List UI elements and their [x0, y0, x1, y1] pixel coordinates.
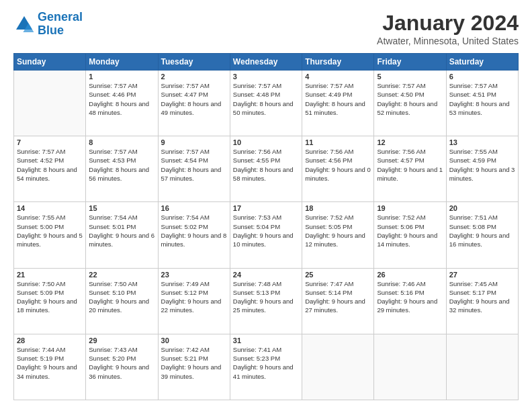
day-info: Sunrise: 7:53 AM Sunset: 5:04 PM Dayligh…	[233, 213, 299, 248]
calendar: Sunday Monday Tuesday Wednesday Thursday…	[13, 53, 519, 400]
day-info: Sunrise: 7:44 AM Sunset: 5:19 PM Dayligh…	[17, 345, 83, 381]
day-info: Sunrise: 7:57 AM Sunset: 4:51 PM Dayligh…	[449, 81, 515, 117]
day-info: Sunrise: 7:47 AM Sunset: 5:14 PM Dayligh…	[305, 279, 371, 315]
col-friday: Friday	[374, 54, 446, 71]
day-info: Sunrise: 7:57 AM Sunset: 4:52 PM Dayligh…	[17, 147, 83, 183]
day-cell	[14, 71, 86, 136]
day-number: 29	[89, 336, 154, 345]
logo-line2: Blue	[38, 24, 64, 37]
day-cell: 15Sunrise: 7:54 AM Sunset: 5:01 PM Dayli…	[86, 202, 158, 268]
day-cell: 12Sunrise: 7:56 AM Sunset: 4:57 PM Dayli…	[374, 136, 446, 202]
day-info: Sunrise: 7:56 AM Sunset: 4:56 PM Dayligh…	[305, 147, 371, 183]
day-number: 18	[305, 204, 371, 212]
day-cell: 3Sunrise: 7:57 AM Sunset: 4:48 PM Daylig…	[230, 71, 302, 136]
day-number: 20	[449, 204, 515, 212]
day-cell: 7Sunrise: 7:57 AM Sunset: 4:52 PM Daylig…	[14, 136, 86, 202]
col-thursday: Thursday	[302, 54, 374, 71]
day-info: Sunrise: 7:57 AM Sunset: 4:49 PM Dayligh…	[305, 81, 371, 117]
day-info: Sunrise: 7:57 AM Sunset: 4:46 PM Dayligh…	[89, 81, 154, 117]
day-cell: 20Sunrise: 7:51 AM Sunset: 5:08 PM Dayli…	[446, 202, 518, 268]
day-cell: 23Sunrise: 7:49 AM Sunset: 5:12 PM Dayli…	[158, 268, 230, 334]
logo: General Blue	[13, 11, 83, 38]
day-cell: 27Sunrise: 7:45 AM Sunset: 5:17 PM Dayli…	[446, 268, 518, 334]
day-info: Sunrise: 7:52 AM Sunset: 5:05 PM Dayligh…	[305, 213, 371, 248]
main-title: January 2024	[377, 11, 519, 36]
day-info: Sunrise: 7:57 AM Sunset: 4:54 PM Dayligh…	[161, 147, 227, 183]
logo-text: General Blue	[38, 11, 83, 38]
day-number: 1	[89, 73, 154, 81]
week-row-3: 21Sunrise: 7:50 AM Sunset: 5:09 PM Dayli…	[14, 268, 519, 334]
day-cell: 19Sunrise: 7:52 AM Sunset: 5:06 PM Dayli…	[374, 202, 446, 268]
day-cell: 13Sunrise: 7:55 AM Sunset: 4:59 PM Dayli…	[446, 136, 518, 202]
day-number: 8	[89, 138, 154, 146]
calendar-body: 1Sunrise: 7:57 AM Sunset: 4:46 PM Daylig…	[14, 71, 519, 400]
day-number: 21	[17, 271, 83, 279]
day-info: Sunrise: 7:57 AM Sunset: 4:48 PM Dayligh…	[233, 81, 299, 117]
day-number: 5	[377, 73, 443, 81]
day-cell: 1Sunrise: 7:57 AM Sunset: 4:46 PM Daylig…	[86, 71, 158, 136]
day-cell	[374, 334, 446, 400]
logo-icon	[13, 13, 35, 35]
day-info: Sunrise: 7:50 AM Sunset: 5:09 PM Dayligh…	[17, 279, 83, 315]
day-info: Sunrise: 7:56 AM Sunset: 4:57 PM Dayligh…	[377, 147, 443, 183]
col-wednesday: Wednesday	[230, 54, 302, 71]
title-area: January 2024 Atwater, Minnesota, United …	[377, 11, 519, 46]
col-saturday: Saturday	[446, 54, 518, 71]
day-number: 23	[161, 271, 227, 279]
day-info: Sunrise: 7:56 AM Sunset: 4:55 PM Dayligh…	[233, 147, 299, 183]
day-cell: 10Sunrise: 7:56 AM Sunset: 4:55 PM Dayli…	[230, 136, 302, 202]
day-info: Sunrise: 7:42 AM Sunset: 5:21 PM Dayligh…	[161, 345, 227, 381]
day-cell: 16Sunrise: 7:54 AM Sunset: 5:02 PM Dayli…	[158, 202, 230, 268]
day-info: Sunrise: 7:57 AM Sunset: 4:50 PM Dayligh…	[377, 81, 443, 117]
day-info: Sunrise: 7:57 AM Sunset: 4:47 PM Dayligh…	[161, 81, 227, 117]
day-number: 15	[89, 204, 154, 212]
header-row: Sunday Monday Tuesday Wednesday Thursday…	[14, 54, 519, 71]
day-cell: 11Sunrise: 7:56 AM Sunset: 4:56 PM Dayli…	[302, 136, 374, 202]
calendar-header: Sunday Monday Tuesday Wednesday Thursday…	[14, 54, 519, 71]
day-info: Sunrise: 7:43 AM Sunset: 5:20 PM Dayligh…	[89, 345, 154, 381]
day-number: 24	[233, 271, 299, 279]
day-info: Sunrise: 7:51 AM Sunset: 5:08 PM Dayligh…	[449, 213, 515, 248]
day-info: Sunrise: 7:48 AM Sunset: 5:13 PM Dayligh…	[233, 279, 299, 315]
day-info: Sunrise: 7:54 AM Sunset: 5:02 PM Dayligh…	[161, 213, 227, 248]
day-number: 6	[449, 73, 515, 81]
day-number: 17	[233, 204, 299, 212]
day-cell	[302, 334, 374, 400]
day-cell: 6Sunrise: 7:57 AM Sunset: 4:51 PM Daylig…	[446, 71, 518, 136]
day-cell: 30Sunrise: 7:42 AM Sunset: 5:21 PM Dayli…	[158, 334, 230, 400]
day-cell: 4Sunrise: 7:57 AM Sunset: 4:49 PM Daylig…	[302, 71, 374, 136]
day-cell: 24Sunrise: 7:48 AM Sunset: 5:13 PM Dayli…	[230, 268, 302, 334]
col-tuesday: Tuesday	[158, 54, 230, 71]
day-number: 12	[377, 138, 443, 146]
day-number: 16	[161, 204, 227, 212]
day-number: 9	[161, 138, 227, 146]
day-info: Sunrise: 7:41 AM Sunset: 5:23 PM Dayligh…	[233, 345, 299, 381]
day-number: 10	[233, 138, 299, 146]
day-info: Sunrise: 7:57 AM Sunset: 4:53 PM Dayligh…	[89, 147, 154, 183]
day-number: 27	[449, 271, 515, 279]
header: General Blue January 2024 Atwater, Minne…	[13, 11, 519, 46]
day-info: Sunrise: 7:45 AM Sunset: 5:17 PM Dayligh…	[449, 279, 515, 315]
subtitle: Atwater, Minnesota, United States	[377, 36, 519, 46]
day-info: Sunrise: 7:55 AM Sunset: 4:59 PM Dayligh…	[449, 147, 515, 183]
week-row-2: 14Sunrise: 7:55 AM Sunset: 5:00 PM Dayli…	[14, 202, 519, 268]
day-cell: 5Sunrise: 7:57 AM Sunset: 4:50 PM Daylig…	[374, 71, 446, 136]
day-number: 7	[17, 138, 83, 146]
week-row-4: 28Sunrise: 7:44 AM Sunset: 5:19 PM Dayli…	[14, 334, 519, 400]
logo-line1: General	[38, 10, 83, 24]
day-number: 30	[161, 336, 227, 345]
day-cell: 29Sunrise: 7:43 AM Sunset: 5:20 PM Dayli…	[86, 334, 158, 400]
day-info: Sunrise: 7:50 AM Sunset: 5:10 PM Dayligh…	[89, 279, 154, 315]
day-cell: 28Sunrise: 7:44 AM Sunset: 5:19 PM Dayli…	[14, 334, 86, 400]
day-cell: 25Sunrise: 7:47 AM Sunset: 5:14 PM Dayli…	[302, 268, 374, 334]
day-info: Sunrise: 7:55 AM Sunset: 5:00 PM Dayligh…	[17, 213, 83, 248]
day-number: 26	[377, 271, 443, 279]
week-row-0: 1Sunrise: 7:57 AM Sunset: 4:46 PM Daylig…	[14, 71, 519, 136]
day-cell: 2Sunrise: 7:57 AM Sunset: 4:47 PM Daylig…	[158, 71, 230, 136]
day-cell: 21Sunrise: 7:50 AM Sunset: 5:09 PM Dayli…	[14, 268, 86, 334]
day-number: 13	[449, 138, 515, 146]
day-cell: 22Sunrise: 7:50 AM Sunset: 5:10 PM Dayli…	[86, 268, 158, 334]
day-cell	[446, 334, 518, 400]
day-number: 4	[305, 73, 371, 81]
day-number: 22	[89, 271, 154, 279]
